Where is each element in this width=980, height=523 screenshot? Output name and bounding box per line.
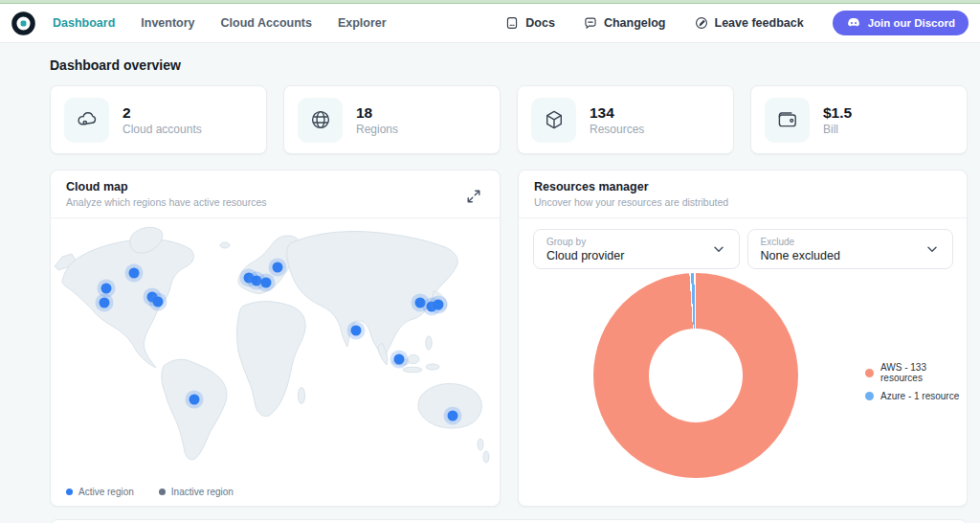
resources-manager-panel: Resources manager Uncover how your resou… — [518, 170, 968, 507]
stat-tile — [765, 98, 810, 143]
aws-legend-dot-icon — [865, 369, 874, 377]
changelog-icon — [584, 16, 597, 30]
wallet-icon — [776, 108, 799, 131]
stat-value: 134 — [590, 103, 644, 123]
resources-manager-subtitle: Uncover how your resources are distribut… — [534, 196, 728, 208]
page-title: Dashboard overview — [50, 43, 968, 85]
nav-right-section: Docs Changelog Leave feedback Join our D… — [505, 11, 969, 35]
stat-tile — [298, 98, 343, 143]
exclude-text: Exclude None excluded — [761, 237, 840, 262]
stat-value: 2 — [122, 103, 202, 123]
feedback-pencil-icon — [695, 16, 708, 30]
stat-card-resources: 134 Resources — [517, 85, 734, 154]
cloud-map-header: Cloud map Analyze which regions have act… — [51, 171, 500, 218]
stat-tile — [531, 98, 576, 143]
globe-icon — [309, 108, 332, 131]
cloud-map-subtitle: Analyze which regions have active resour… — [66, 196, 267, 208]
group-by-text: Group by Cloud provider — [546, 237, 624, 262]
nav-item-inventory[interactable]: Inventory — [141, 16, 194, 30]
main-nav: Dashboard Inventory Cloud Accounts Explo… — [53, 16, 387, 30]
nav-item-explorer[interactable]: Explorer — [338, 16, 387, 30]
map-active-region-dot[interactable] — [261, 278, 272, 288]
map-active-region-dot[interactable] — [394, 354, 405, 365]
azure-legend-dot-icon — [865, 392, 874, 400]
donut-legend-azure[interactable]: Azure - 1 resource — [865, 391, 967, 401]
aws-legend-label: AWS - 133 resources — [880, 362, 967, 383]
map-legend-active: Active region — [66, 487, 134, 497]
filters-row: Group by Cloud provider Exclude None exc… — [533, 229, 953, 269]
dashboard-content: Dashboard overview 2 Cloud accounts — [50, 43, 968, 523]
join-discord-button[interactable]: Join our Discord — [833, 11, 969, 35]
docs-link[interactable]: Docs — [505, 16, 555, 30]
stat-text: $1.5 Bill — [823, 103, 852, 136]
discord-icon — [846, 17, 861, 29]
join-discord-label: Join our Discord — [868, 17, 955, 29]
stat-text: 18 Regions — [356, 103, 398, 136]
komiser-logo-icon — [11, 11, 35, 35]
map-active-region-dot[interactable] — [100, 298, 110, 308]
stat-text: 134 Resources — [590, 103, 644, 136]
resources-manager-title: Resources manager — [534, 180, 728, 193]
map-legend-active-label: Active region — [78, 487, 134, 497]
cloud-accounts-icon — [76, 108, 99, 131]
resources-manager-header-text: Resources manager Uncover how your resou… — [534, 180, 728, 208]
stat-label: Regions — [356, 123, 398, 136]
donut-legend-aws[interactable]: AWS - 133 resources — [865, 362, 967, 383]
nav-item-dashboard[interactable]: Dashboard — [53, 16, 115, 30]
stat-card-cloud-accounts: 2 Cloud accounts — [50, 85, 267, 154]
stat-label: Resources — [590, 123, 644, 136]
chevron-down-icon — [924, 241, 940, 257]
map-dots-layer — [51, 222, 501, 479]
azure-legend-label: Azure - 1 resource — [880, 391, 959, 401]
stat-value: $1.5 — [823, 103, 852, 123]
top-navbar: Dashboard Inventory Cloud Accounts Explo… — [0, 4, 980, 43]
stats-row: 2 Cloud accounts 18 Regions — [50, 85, 968, 154]
komiser-logo[interactable] — [11, 11, 35, 35]
group-by-value: Cloud provider — [546, 249, 624, 262]
map-active-region-dot[interactable] — [153, 297, 164, 307]
cloud-map-title: Cloud map — [66, 180, 267, 193]
stat-label: Cloud accounts — [122, 123, 202, 136]
map-legend-inactive: Inactive region — [159, 487, 234, 497]
expand-map-button[interactable] — [463, 186, 484, 210]
map-active-region-dot[interactable] — [351, 326, 362, 336]
stat-value: 18 — [356, 103, 398, 123]
cloud-map-header-text: Cloud map Analyze which regions have act… — [66, 180, 267, 208]
changelog-link[interactable]: Changelog — [584, 16, 666, 30]
donut-chart[interactable] — [593, 273, 798, 478]
leave-feedback-link[interactable]: Leave feedback — [695, 16, 804, 30]
stat-card-regions: 18 Regions — [283, 85, 501, 154]
resources-manager-header: Resources manager Uncover how your resou… — [519, 171, 967, 218]
map-active-region-dot[interactable] — [273, 262, 283, 273]
world-map — [51, 222, 501, 479]
chevron-down-icon — [711, 241, 726, 257]
map-active-region-dot[interactable] — [101, 284, 112, 294]
expand-icon — [467, 190, 480, 203]
cloud-map-panel: Cloud map Analyze which regions have act… — [50, 170, 501, 507]
charts-row: Cloud map Analyze which regions have act… — [50, 170, 968, 507]
map-legend: Active region Inactive region — [66, 487, 234, 497]
map-active-region-dot[interactable] — [415, 298, 426, 308]
map-active-region-dot[interactable] — [189, 395, 200, 405]
leave-feedback-label: Leave feedback — [715, 16, 804, 30]
stat-text: 2 Cloud accounts — [122, 103, 202, 136]
donut-legend: AWS - 133 resources Azure - 1 resource — [865, 362, 967, 401]
group-by-dropdown[interactable]: Group by Cloud provider — [533, 229, 740, 269]
map-active-region-dot[interactable] — [448, 411, 458, 421]
stat-tile — [64, 98, 109, 143]
map-active-region-dot[interactable] — [434, 300, 444, 310]
inactive-region-dot-icon — [159, 489, 166, 495]
exclude-dropdown[interactable]: Exclude None excluded — [747, 229, 954, 269]
group-by-label: Group by — [546, 237, 624, 247]
docs-label: Docs — [525, 16, 555, 30]
active-region-dot-icon — [66, 489, 73, 495]
next-panel-top-edge — [50, 519, 968, 523]
docs-icon — [505, 16, 519, 30]
map-legend-inactive-label: Inactive region — [171, 487, 234, 497]
map-active-region-dot[interactable] — [129, 268, 140, 279]
changelog-label: Changelog — [604, 16, 666, 30]
cube-icon — [543, 108, 566, 131]
nav-item-cloud-accounts[interactable]: Cloud Accounts — [221, 16, 312, 30]
exclude-value: None excluded — [761, 249, 840, 262]
stat-card-bill: $1.5 Bill — [750, 85, 968, 154]
